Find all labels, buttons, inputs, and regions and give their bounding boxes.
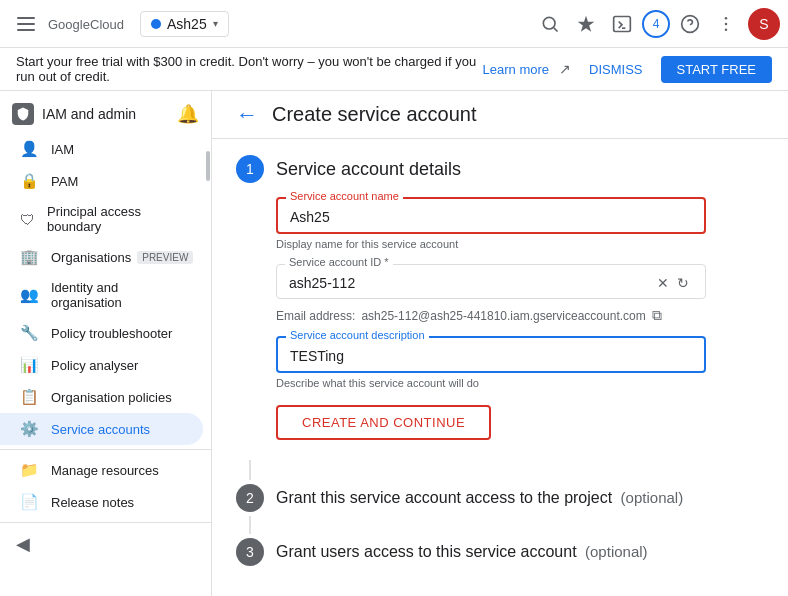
step2-circle: 2 [236,484,264,512]
project-selector[interactable]: Ash25 ▾ [140,11,229,37]
sidebar-item-label: Organisation policies [51,390,172,405]
page-title: Create service account [272,103,477,126]
service-account-id-input[interactable] [289,275,653,291]
manage-accounts-icon: ⚙️ [20,420,39,438]
service-account-name-label: Service account name [286,190,403,202]
service-account-id-label: Service account ID * [285,256,393,268]
lock-icon: 🔒 [20,172,39,190]
learn-more-link[interactable]: Learn more [483,62,549,77]
notification-badge[interactable]: 4 [642,10,670,38]
group-icon: 👥 [20,286,39,304]
sidebar-item-organisations[interactable]: 🏢 Organisations PREVIEW [0,241,203,273]
service-account-name-field-group: Service account name Display name for th… [276,197,764,250]
step2-header: 2 Grant this service account access to t… [236,484,764,512]
terminal-icon-btn[interactable] [604,6,640,42]
sidebar-product-icon [12,103,34,125]
sidebar-item-label: Organisations [51,250,131,265]
help-icon-btn[interactable] [672,6,708,42]
sidebar-divider [0,449,211,450]
app-layout: IAM and admin 🔔 👤 IAM 🔒 PAM 🛡 Principal … [0,91,788,596]
chevron-down-icon: ▾ [213,18,218,29]
email-prefix: Email address: [276,309,355,323]
sidebar-item-service-accounts[interactable]: ⚙️ Service accounts [0,413,203,445]
sidebar-item-organisation-policies[interactable]: 📋 Organisation policies [0,381,203,413]
shield-icon: 🛡 [20,211,35,228]
article-icon: 📄 [20,493,39,511]
step3-optional: (optional) [585,543,648,560]
step1-circle: 1 [236,155,264,183]
top-nav: Google Cloud Ash25 ▾ 4 S [0,0,788,48]
svg-text:Google: Google [48,17,90,32]
back-button[interactable]: ← [232,104,262,126]
analytics-icon: 📊 [20,356,39,374]
create-and-continue-button[interactable]: CREATE AND CONTINUE [276,405,491,440]
email-value: ash25-112@ash25-441810.iam.gserviceaccou… [361,309,645,323]
dismiss-button[interactable]: DISMISS [577,58,654,81]
sidebar-item-principal-access-boundary[interactable]: 🛡 Principal access boundary [0,197,203,241]
ai-icon [576,14,596,34]
sidebar-item-release-notes[interactable]: 📄 Release notes [0,486,203,518]
project-name: Ash25 [167,16,207,32]
sidebar-item-label: Principal access boundary [47,204,187,234]
policy-icon: 📋 [20,388,39,406]
step3-section: 3 Grant users access to this service acc… [236,538,764,566]
copy-email-button[interactable]: ⧉ [652,307,662,324]
step1-header: 1 Service account details [236,155,764,183]
sidebar-item-policy-troubleshooter[interactable]: 🔧 Policy troubleshooter [0,317,203,349]
form-fields: Service account name Display name for th… [236,197,764,448]
service-account-name-input[interactable] [290,209,692,225]
sidebar-divider-2 [0,522,211,523]
email-row: Email address: ash25-112@ash25-441810.ia… [276,307,764,324]
service-account-id-field-group: Service account ID * ✕ ↻ [276,264,764,299]
search-icon-btn[interactable] [532,6,568,42]
build-icon: 🔧 [20,324,39,342]
step3-header: 3 Grant users access to this service acc… [236,538,764,566]
step2-section: 2 Grant this service account access to t… [236,484,764,512]
menu-icon[interactable] [8,6,44,42]
sidebar-item-manage-resources[interactable]: 📁 Manage resources [0,454,203,486]
free-trial-banner: Start your free trial with $300 in credi… [0,48,788,91]
google-cloud-logo: Google Cloud [48,16,128,32]
notification-bell-icon[interactable]: 🔔 [177,103,199,125]
svg-point-2 [543,17,555,29]
sidebar-item-identity-and-organisation[interactable]: 👥 Identity and organisation [0,273,203,317]
sidebar-item-label: Manage resources [51,463,159,478]
service-account-description-label: Service account description [286,329,429,341]
folder-icon: 📁 [20,461,39,479]
step1-title: Service account details [276,159,461,180]
sidebar-collapse-btn[interactable]: ◀ [0,527,211,561]
help-icon [680,14,700,34]
sidebar-item-label: Policy troubleshooter [51,326,172,341]
banner-text: Start your free trial with $300 in credi… [16,54,477,84]
sidebar-item-label: Policy analyser [51,358,138,373]
sidebar-item-label: IAM [51,142,74,157]
sidebar: IAM and admin 🔔 👤 IAM 🔒 PAM 🛡 Principal … [0,91,212,596]
sidebar-item-iam[interactable]: 👤 IAM [0,133,203,165]
sidebar-item-policy-analyser[interactable]: 📊 Policy analyser [0,349,203,381]
step2-optional: (optional) [621,489,684,506]
user-avatar[interactable]: S [748,8,780,40]
ai-icon-btn[interactable] [568,6,604,42]
more-icon-btn[interactable] [708,6,744,42]
step-connector-1 [249,460,251,480]
terminal-icon [612,14,632,34]
svg-text:Cloud: Cloud [90,17,124,32]
sidebar-title: IAM and admin [42,106,136,122]
svg-point-8 [725,16,728,19]
service-account-description-field-group: Service account description Describe wha… [276,336,764,389]
clear-id-button[interactable]: ✕ [653,275,673,291]
step3-title: Grant users access to this service accou… [276,543,648,561]
start-free-button[interactable]: START FREE [661,56,772,83]
form-area: 1 Service account details Service accoun… [212,139,788,582]
sidebar-item-label: Identity and organisation [51,280,187,310]
service-account-description-helper: Describe what this service account will … [276,377,764,389]
service-account-description-input[interactable] [290,348,692,364]
domain-icon: 🏢 [20,248,39,266]
content-header: ← Create service account [212,91,788,139]
sidebar-item-pam[interactable]: 🔒 PAM [0,165,203,197]
sidebar-header: IAM and admin 🔔 [0,91,211,133]
svg-point-10 [725,28,728,31]
svg-point-9 [725,22,728,25]
service-account-description-field: Service account description [276,336,706,373]
refresh-id-button[interactable]: ↻ [673,275,693,291]
